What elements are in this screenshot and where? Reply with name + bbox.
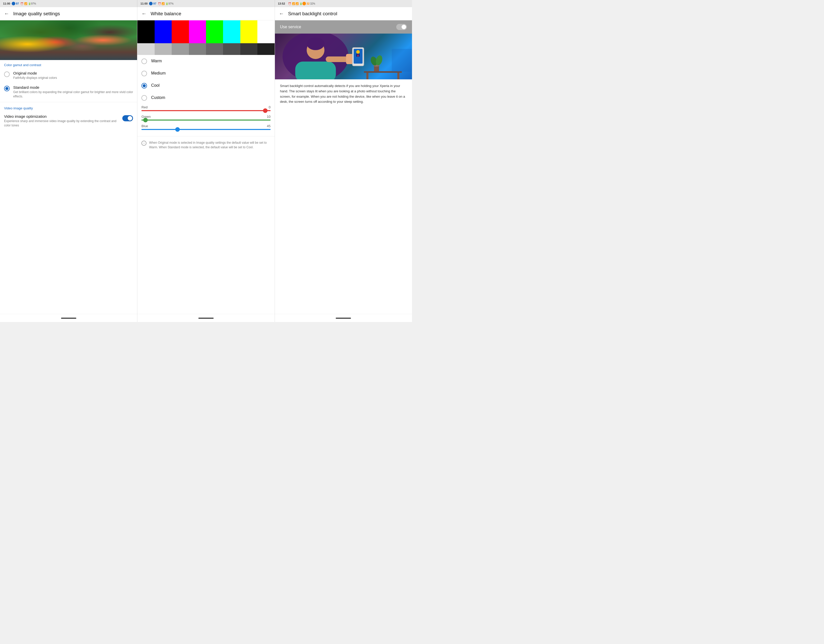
info-icon: i xyxy=(141,141,146,146)
svg-point-3 xyxy=(307,37,324,50)
icons-3: ⏰ 📶 📶 🔋 xyxy=(288,2,302,5)
red-slider-row: Red 0 xyxy=(141,105,271,109)
veg-image-inner xyxy=(0,20,137,60)
vegetables-image xyxy=(0,20,137,60)
medium-radio[interactable] xyxy=(141,71,147,76)
green-slider-thumb[interactable] xyxy=(143,118,148,122)
color-yellow xyxy=(240,20,257,43)
color-bar-top xyxy=(137,20,274,43)
use-service-label: Use service xyxy=(280,25,301,29)
original-mode-radio[interactable] xyxy=(4,71,10,77)
video-section-label: Video image quality xyxy=(0,103,137,112)
warm-label: Warm xyxy=(151,59,162,63)
red-slider-thumb[interactable] xyxy=(263,108,267,113)
panel1-title: Image quality settings xyxy=(13,11,60,17)
color-magenta xyxy=(189,20,206,43)
gray-7 xyxy=(240,43,257,55)
panel3-title: Smart backlight control xyxy=(288,11,337,17)
battery-num-3: 32 xyxy=(306,2,309,5)
video-optimization-item: Video image optimization Experience shar… xyxy=(0,112,137,130)
time-3: 13:52 xyxy=(278,2,285,5)
nav-pill-1 xyxy=(61,318,76,319)
red-slider-value: 0 xyxy=(269,105,271,109)
panel3-scroll[interactable]: Smart backlight control automatically de… xyxy=(275,79,412,314)
status-dot-3 xyxy=(302,2,306,5)
status-dot-2 xyxy=(149,2,152,5)
status-bar: 11:00 97 ⏰ 📶 🔋 97% 11:00 97 ⏰ 📶 🔋 97% 13… xyxy=(0,0,412,7)
cool-label: Cool xyxy=(151,83,160,88)
original-mode-text: Original mode Faithfully displays origin… xyxy=(13,71,133,80)
svg-rect-4 xyxy=(326,57,348,62)
battery-num-1: 97 xyxy=(16,2,19,5)
battery-pct-1: 97% xyxy=(31,2,36,5)
gray-2 xyxy=(155,43,172,55)
main-content: ← Image quality settings Color gamut and… xyxy=(0,7,412,322)
smart-backlight-desc: Smart backlight control automatically de… xyxy=(275,79,412,109)
color-green xyxy=(206,20,223,43)
panel1-scroll[interactable]: Color gamut and contrast Original mode F… xyxy=(0,60,137,314)
panel3-header: ← Smart backlight control xyxy=(275,7,412,20)
blue-slider-row: Blue 45 xyxy=(141,124,271,128)
original-mode-option[interactable]: Original mode Faithfully displays origin… xyxy=(0,68,137,83)
standard-mode-radio[interactable] xyxy=(4,86,10,91)
blue-slider-value: 45 xyxy=(267,124,271,128)
custom-option[interactable]: Custom xyxy=(137,92,274,104)
warm-radio[interactable] xyxy=(141,58,147,64)
back-button-3[interactable]: ← xyxy=(279,11,284,17)
original-mode-label: Original mode xyxy=(13,71,133,75)
gray-3 xyxy=(172,43,189,55)
green-slider-value: 10 xyxy=(267,115,271,118)
svg-point-8 xyxy=(356,50,360,54)
standard-mode-label: Standard mode xyxy=(13,85,133,89)
video-toggle-desc: Experience sharp and immersive video ima… xyxy=(4,119,119,128)
cool-radio[interactable] xyxy=(141,83,147,89)
cool-option[interactable]: Cool xyxy=(137,79,274,92)
time-1: 11:00 xyxy=(3,2,10,5)
nav-bar-2 xyxy=(137,314,274,322)
gray-8 xyxy=(257,43,274,55)
custom-radio[interactable] xyxy=(141,95,147,101)
panel2-header: ← White balance xyxy=(137,7,274,20)
illustration-svg xyxy=(275,34,412,79)
color-bar-bottom xyxy=(137,43,274,55)
medium-option[interactable]: Medium xyxy=(137,67,274,79)
use-service-toggle[interactable] xyxy=(396,24,407,30)
time-2: 11:00 xyxy=(140,2,148,5)
back-button-2[interactable]: ← xyxy=(141,11,146,17)
color-gamut-section-label: Color gamut and contrast xyxy=(0,60,137,68)
svg-rect-16 xyxy=(366,73,368,79)
standard-mode-text: Standard mode Get brilliant colors by ex… xyxy=(13,85,133,99)
custom-label: Custom xyxy=(151,95,165,100)
icons-1: ⏰ 📶 🔋 xyxy=(20,2,31,5)
svg-rect-1 xyxy=(295,61,336,79)
video-toggle-switch[interactable] xyxy=(122,115,133,121)
warm-option[interactable]: Warm xyxy=(137,55,274,67)
panel1-header: ← Image quality settings xyxy=(0,7,137,20)
battery-pct-2: 97% xyxy=(168,2,174,5)
status-section-2: 11:00 97 ⏰ 📶 🔋 97% xyxy=(137,0,274,7)
svg-rect-17 xyxy=(397,73,399,79)
section-divider-1 xyxy=(0,102,137,102)
blue-slider-track[interactable] xyxy=(141,129,271,130)
panel2-scroll[interactable]: Warm Medium Cool Custom Red xyxy=(137,55,274,314)
standard-mode-option[interactable]: Standard mode Get brilliant colors by ex… xyxy=(0,83,137,101)
red-slider-track[interactable] xyxy=(141,110,271,111)
info-box: i When Original mode is selected in Imag… xyxy=(137,137,274,153)
nav-pill-3 xyxy=(336,318,351,319)
status-section-1: 11:00 97 ⏰ 📶 🔋 97% xyxy=(0,0,137,7)
color-black xyxy=(137,20,154,43)
gray-5 xyxy=(206,43,223,55)
blue-slider-thumb[interactable] xyxy=(175,127,180,132)
back-button-1[interactable]: ← xyxy=(4,11,9,17)
gray-4 xyxy=(189,43,206,55)
gray-1 xyxy=(137,43,154,55)
status-dot-1 xyxy=(12,2,15,5)
nav-bar-3 xyxy=(275,314,412,322)
green-slider-track[interactable] xyxy=(141,120,271,121)
medium-label: Medium xyxy=(151,71,166,75)
video-toggle-title: Video image optimization xyxy=(4,114,119,118)
use-service-bar: Use service xyxy=(275,20,412,34)
video-toggle-text: Video image optimization Experience shar… xyxy=(4,114,119,128)
blue-slider-label: Blue xyxy=(141,124,148,128)
green-slider-row: Green 10 xyxy=(141,115,271,118)
